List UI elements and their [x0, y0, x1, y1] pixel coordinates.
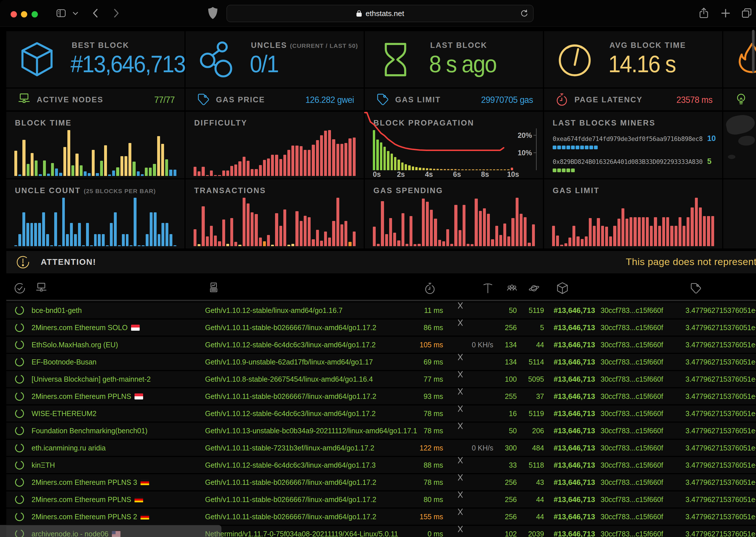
node-status-icon	[14, 305, 25, 315]
chart-bar	[108, 175, 111, 176]
node-block-hash: 30ccf783...c15f660f	[600, 491, 663, 508]
node-total-difficulty: 3.477962715376051e+22	[686, 491, 756, 508]
table-row[interactable]: EF-Bootnode-BusanGeth/v1.10.9-unstable-6…	[6, 354, 756, 370]
chart-bar	[491, 239, 494, 246]
chart-bar	[642, 217, 645, 246]
node-total-difficulty: 3.477962715376051e+22	[686, 337, 756, 353]
node-last-block: #13,646,713	[550, 388, 595, 404]
chart-bar	[328, 237, 331, 246]
table-row[interactable]: 2Miners.com Ethereum PPLNSGeth/v1.10.11-…	[6, 491, 756, 508]
last-block-value: 8 s ago	[429, 50, 496, 78]
hover-status-overlay	[0, 525, 221, 537]
chart-bar	[393, 233, 396, 246]
chart-bar	[132, 162, 135, 176]
chart-bar	[234, 164, 237, 176]
chart-bar	[251, 212, 253, 246]
node-total-difficulty: 3.477962715376051e+22	[686, 405, 756, 422]
best-block-panel: BEST BLOCK #13,646,713	[6, 31, 184, 87]
chart-bar	[173, 170, 176, 176]
node-client-version: Geth/v1.10.11-stable-b0266667/linux-amd6…	[205, 388, 376, 404]
tab-overview-button[interactable]	[740, 7, 753, 20]
node-hashrate: 0 KH/s	[456, 337, 493, 353]
chart-bar	[110, 223, 113, 246]
propagation-bin	[408, 165, 410, 170]
table-row[interactable]: [Universa Blockchain] geth-mainnet-2Geth…	[6, 371, 756, 387]
forward-button[interactable]	[110, 7, 122, 20]
uncles-icon	[198, 41, 235, 78]
chart-bar	[295, 211, 298, 246]
back-button[interactable]	[89, 7, 102, 20]
table-row[interactable]: EthSolo.MaxHash.org (EU)Geth/v1.10.12-st…	[6, 337, 756, 353]
chart-bar	[675, 226, 677, 246]
node-name: WISE-ETHEREUM2	[31, 405, 96, 422]
chart-bar	[259, 165, 262, 176]
table-row[interactable]: kinΞTHGeth/v1.10.12-stable-6c4dc6c3/linu…	[6, 457, 756, 473]
chart-bar	[58, 245, 61, 246]
table-row[interactable]: bce-bnd01-gethGeth/v1.10.12-stable/linux…	[6, 302, 756, 318]
prop-yaxis: 20%10%	[514, 130, 537, 170]
status-check-icon	[14, 282, 26, 295]
minimize-window-button[interactable]	[21, 11, 27, 18]
node-pending: 44	[520, 337, 544, 353]
miner-entry[interactable]: 0xea674fdde714fd979de3edf0f56aa9716b898e…	[553, 134, 714, 149]
gas-spending-chart	[373, 198, 535, 246]
chart-bar	[94, 234, 97, 246]
table-row[interactable]: 2Miners.com Ethereum PPLNS 3Geth/v1.10.1…	[6, 474, 756, 490]
chart-subtitle: (25 BLOCKS PER BAR)	[84, 188, 156, 194]
node-block-hash: 30ccf783...c15f660f	[600, 474, 663, 490]
chart-bar	[267, 235, 270, 246]
chart-bar	[283, 155, 286, 176]
node-pending: 44	[520, 491, 544, 508]
chart-bar	[22, 212, 25, 246]
transactions-chart-panel: TRANSACTIONS	[186, 179, 364, 248]
propagation-bin	[419, 168, 421, 170]
chart-bar	[328, 130, 331, 176]
miner-block-count: 5	[707, 157, 712, 166]
node-pending: 5119	[520, 302, 544, 318]
share-icon[interactable]	[697, 7, 710, 20]
node-pending: 5	[520, 319, 544, 336]
table-row[interactable]: 2Miners.com Ethereum SOLOGeth/v1.10.11-s…	[6, 319, 756, 336]
reload-button[interactable]	[519, 9, 529, 18]
node-name: EF-Bootnode-Busan	[31, 354, 97, 370]
chart-bar	[150, 212, 153, 246]
mini-stat-label: ACTIVE NODES	[37, 96, 104, 104]
miner-entry[interactable]: 0x829BD824B016326A401d083B33D092293333A8…	[553, 157, 714, 172]
gauge-icon	[556, 41, 593, 78]
chart-bar	[279, 226, 282, 246]
table-row[interactable]: eth.icanmining.ru aridiaGeth/v1.10.11-st…	[6, 440, 756, 456]
table-row[interactable]: 2Miners.com Ethereum PPLNS 2Geth/v1.10.1…	[6, 509, 756, 525]
mining-pickaxes-icon	[456, 457, 493, 465]
chart-bar	[373, 227, 376, 246]
chart-bar	[483, 208, 486, 246]
sidebar-toggle-icon[interactable]	[55, 8, 67, 19]
node-pending: 43	[520, 474, 544, 490]
chart-bar	[86, 223, 89, 246]
close-window-button[interactable]	[11, 11, 17, 18]
chart-bar	[556, 235, 559, 246]
chart-bar	[470, 244, 473, 246]
new-tab-button[interactable]	[719, 7, 732, 20]
table-row[interactable]: WISE-ETHEREUM2Geth/v1.10.12-stable-6c4dc…	[6, 405, 756, 422]
sidebar-chevron-down-icon[interactable]	[72, 11, 79, 16]
difficulty-chart	[194, 130, 356, 176]
privacy-shield-icon[interactable]	[207, 6, 219, 20]
address-bar[interactable]: ethstats.net	[227, 5, 533, 22]
node-client-version: Geth/v1.10.12-stable/linux-amd64/go1.16.…	[205, 302, 342, 318]
chart-bar	[214, 175, 217, 176]
table-row[interactable]: 2Miners.com Ethereum PPLNSGeth/v1.10.11-…	[6, 388, 756, 404]
chart-bar	[153, 164, 156, 176]
scrollbar-thumb[interactable]	[752, 30, 755, 73]
chart-bar	[414, 244, 417, 246]
cube-icon	[18, 41, 56, 78]
node-client-version: Nethermind/v1.11.7-0-75f034a08-20211119/…	[205, 526, 398, 537]
zoom-window-button[interactable]	[31, 11, 38, 18]
chart-bar	[426, 202, 429, 246]
table-row[interactable]: Foundation Benchmarking(bench01)Geth/v1.…	[6, 423, 756, 439]
chart-bar	[198, 171, 200, 176]
node-pending: 44	[520, 509, 544, 525]
chart-bar	[173, 245, 176, 246]
node-client-version: Geth/v1.10.9-unstable-62ad17fb/linux-amd…	[205, 354, 373, 370]
mining-pickaxes-icon	[456, 474, 493, 482]
node-status-icon	[14, 512, 25, 522]
